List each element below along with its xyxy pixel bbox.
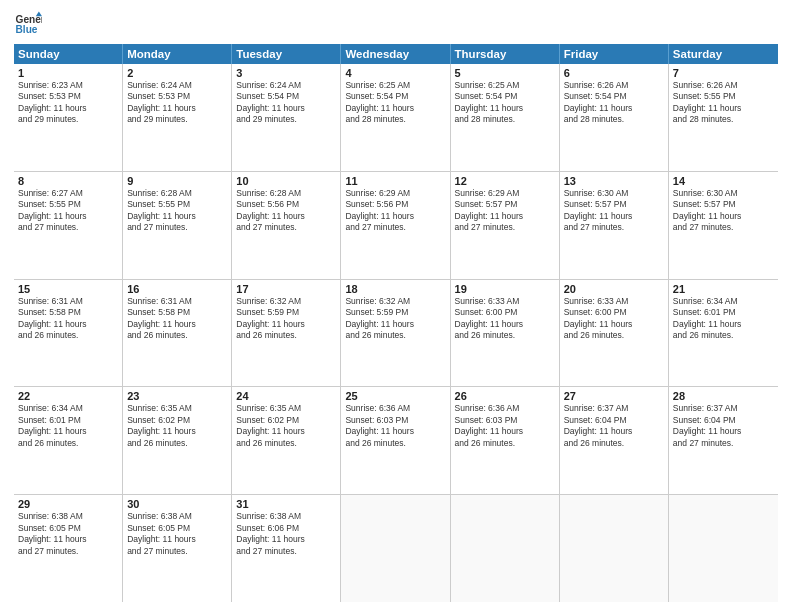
cell-info-line: Sunset: 5:56 PM: [236, 199, 336, 210]
weekday-header: Saturday: [669, 44, 778, 64]
calendar-cell: 1Sunrise: 6:23 AMSunset: 5:53 PMDaylight…: [14, 64, 123, 171]
calendar-cell: 16Sunrise: 6:31 AMSunset: 5:58 PMDayligh…: [123, 280, 232, 387]
cell-info-line: Daylight: 11 hours: [127, 534, 227, 545]
weekday-header: Wednesday: [341, 44, 450, 64]
cell-info-line: Daylight: 11 hours: [236, 319, 336, 330]
weekday-header: Tuesday: [232, 44, 341, 64]
cell-info-line: and 26 minutes.: [673, 330, 774, 341]
cell-info-line: and 28 minutes.: [345, 114, 445, 125]
day-number: 20: [564, 283, 664, 295]
cell-info-line: Daylight: 11 hours: [236, 426, 336, 437]
calendar-cell: [341, 495, 450, 602]
cell-info-line: Sunrise: 6:35 AM: [127, 403, 227, 414]
calendar-cell: 19Sunrise: 6:33 AMSunset: 6:00 PMDayligh…: [451, 280, 560, 387]
cell-info-line: Sunrise: 6:23 AM: [18, 80, 118, 91]
day-number: 29: [18, 498, 118, 510]
cell-info-line: Daylight: 11 hours: [127, 319, 227, 330]
cell-info-line: Sunrise: 6:30 AM: [673, 188, 774, 199]
cell-info-line: Sunrise: 6:24 AM: [127, 80, 227, 91]
cell-info-line: Sunset: 6:06 PM: [236, 523, 336, 534]
calendar-cell: 12Sunrise: 6:29 AMSunset: 5:57 PMDayligh…: [451, 172, 560, 279]
cell-info-line: Sunset: 5:57 PM: [673, 199, 774, 210]
cell-info-line: Sunset: 6:04 PM: [564, 415, 664, 426]
calendar-cell: 14Sunrise: 6:30 AMSunset: 5:57 PMDayligh…: [669, 172, 778, 279]
day-number: 2: [127, 67, 227, 79]
cell-info-line: Sunset: 6:00 PM: [455, 307, 555, 318]
cell-info-line: Sunrise: 6:25 AM: [345, 80, 445, 91]
cell-info-line: and 27 minutes.: [564, 222, 664, 233]
cell-info-line: Sunset: 6:03 PM: [455, 415, 555, 426]
weekday-header: Thursday: [451, 44, 560, 64]
cell-info-line: Sunset: 6:05 PM: [127, 523, 227, 534]
cell-info-line: Daylight: 11 hours: [673, 211, 774, 222]
cell-info-line: and 27 minutes.: [345, 222, 445, 233]
calendar-cell: 27Sunrise: 6:37 AMSunset: 6:04 PMDayligh…: [560, 387, 669, 494]
day-number: 31: [236, 498, 336, 510]
cell-info-line: Daylight: 11 hours: [18, 534, 118, 545]
day-number: 6: [564, 67, 664, 79]
day-number: 14: [673, 175, 774, 187]
calendar-cell: 5Sunrise: 6:25 AMSunset: 5:54 PMDaylight…: [451, 64, 560, 171]
cell-info-line: Daylight: 11 hours: [564, 103, 664, 114]
cell-info-line: and 27 minutes.: [455, 222, 555, 233]
calendar-cell: 24Sunrise: 6:35 AMSunset: 6:02 PMDayligh…: [232, 387, 341, 494]
cell-info-line: Daylight: 11 hours: [236, 211, 336, 222]
logo: General Blue: [14, 10, 42, 38]
cell-info-line: Sunset: 5:59 PM: [345, 307, 445, 318]
calendar-row: 22Sunrise: 6:34 AMSunset: 6:01 PMDayligh…: [14, 387, 778, 495]
calendar-cell: 26Sunrise: 6:36 AMSunset: 6:03 PMDayligh…: [451, 387, 560, 494]
cell-info-line: Daylight: 11 hours: [127, 426, 227, 437]
cell-info-line: Daylight: 11 hours: [455, 211, 555, 222]
cell-info-line: Sunset: 5:57 PM: [455, 199, 555, 210]
day-number: 12: [455, 175, 555, 187]
cell-info-line: Sunrise: 6:38 AM: [236, 511, 336, 522]
cell-info-line: and 29 minutes.: [236, 114, 336, 125]
cell-info-line: Daylight: 11 hours: [455, 103, 555, 114]
cell-info-line: and 28 minutes.: [673, 114, 774, 125]
cell-info-line: Sunrise: 6:30 AM: [564, 188, 664, 199]
cell-info-line: and 26 minutes.: [455, 438, 555, 449]
cell-info-line: Sunset: 5:54 PM: [564, 91, 664, 102]
calendar-cell: 11Sunrise: 6:29 AMSunset: 5:56 PMDayligh…: [341, 172, 450, 279]
calendar-cell: 9Sunrise: 6:28 AMSunset: 5:55 PMDaylight…: [123, 172, 232, 279]
calendar-cell: 28Sunrise: 6:37 AMSunset: 6:04 PMDayligh…: [669, 387, 778, 494]
cell-info-line: and 26 minutes.: [564, 330, 664, 341]
cell-info-line: Sunrise: 6:38 AM: [127, 511, 227, 522]
cell-info-line: Daylight: 11 hours: [236, 103, 336, 114]
cell-info-line: Sunset: 5:55 PM: [18, 199, 118, 210]
calendar-cell: 20Sunrise: 6:33 AMSunset: 6:00 PMDayligh…: [560, 280, 669, 387]
cell-info-line: Sunset: 6:05 PM: [18, 523, 118, 534]
day-number: 19: [455, 283, 555, 295]
day-number: 1: [18, 67, 118, 79]
day-number: 26: [455, 390, 555, 402]
calendar-row: 8Sunrise: 6:27 AMSunset: 5:55 PMDaylight…: [14, 172, 778, 280]
cell-info-line: and 26 minutes.: [236, 438, 336, 449]
cell-info-line: Sunrise: 6:24 AM: [236, 80, 336, 91]
calendar-row: 1Sunrise: 6:23 AMSunset: 5:53 PMDaylight…: [14, 64, 778, 172]
cell-info-line: Daylight: 11 hours: [127, 103, 227, 114]
cell-info-line: Sunrise: 6:38 AM: [18, 511, 118, 522]
calendar-cell: [560, 495, 669, 602]
calendar-cell: 2Sunrise: 6:24 AMSunset: 5:53 PMDaylight…: [123, 64, 232, 171]
calendar-cell: 31Sunrise: 6:38 AMSunset: 6:06 PMDayligh…: [232, 495, 341, 602]
day-number: 5: [455, 67, 555, 79]
calendar-cell: 7Sunrise: 6:26 AMSunset: 5:55 PMDaylight…: [669, 64, 778, 171]
calendar-cell: 13Sunrise: 6:30 AMSunset: 5:57 PMDayligh…: [560, 172, 669, 279]
cell-info-line: Sunrise: 6:33 AM: [564, 296, 664, 307]
cell-info-line: and 26 minutes.: [236, 330, 336, 341]
cell-info-line: and 26 minutes.: [564, 438, 664, 449]
calendar-cell: 29Sunrise: 6:38 AMSunset: 6:05 PMDayligh…: [14, 495, 123, 602]
logo-icon: General Blue: [14, 10, 42, 38]
svg-text:Blue: Blue: [16, 24, 38, 35]
cell-info-line: Daylight: 11 hours: [673, 103, 774, 114]
day-number: 4: [345, 67, 445, 79]
calendar-cell: 23Sunrise: 6:35 AMSunset: 6:02 PMDayligh…: [123, 387, 232, 494]
cell-info-line: Sunrise: 6:37 AM: [564, 403, 664, 414]
cell-info-line: and 29 minutes.: [127, 114, 227, 125]
cell-info-line: Sunrise: 6:25 AM: [455, 80, 555, 91]
day-number: 7: [673, 67, 774, 79]
day-number: 25: [345, 390, 445, 402]
day-number: 18: [345, 283, 445, 295]
calendar-cell: 30Sunrise: 6:38 AMSunset: 6:05 PMDayligh…: [123, 495, 232, 602]
cell-info-line: Sunset: 5:54 PM: [345, 91, 445, 102]
